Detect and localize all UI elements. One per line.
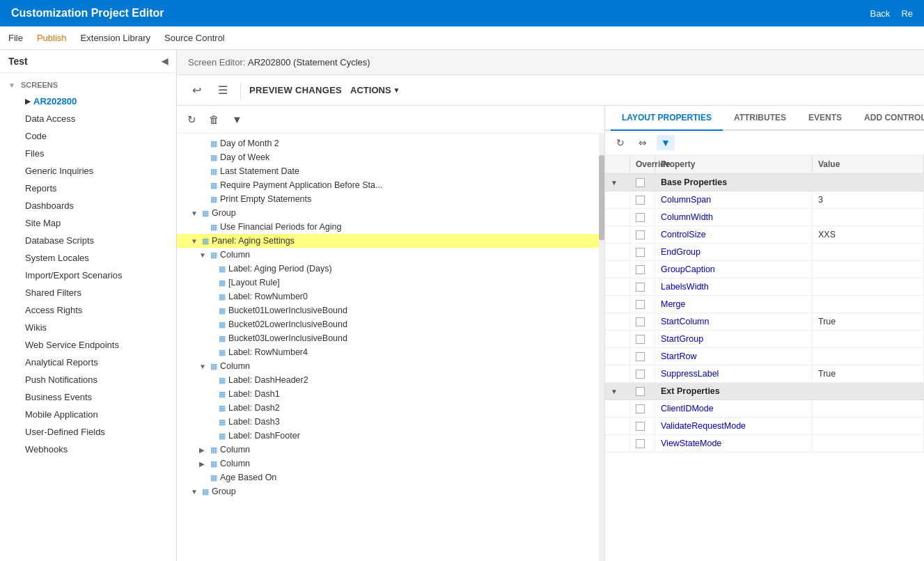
save-button[interactable]: ☰ [214, 81, 232, 100]
tree-node-bucket01[interactable]: ▦ Bucket01LowerInclusiveBound [177, 303, 604, 317]
tree-node-column-4[interactable]: ▶ ▦ Column [177, 457, 604, 471]
tree-node-day-of-week[interactable]: ▦ Day of Week [177, 150, 604, 164]
undo-button[interactable]: ↩ [188, 81, 205, 100]
tree-node-panel-aging-settings[interactable]: ▼ ▦ Panel: Aging Settings [177, 234, 604, 248]
tree-node-layout-rule[interactable]: ▦ [Layout Rule] [177, 276, 604, 290]
tree-refresh-button[interactable]: ↻ [184, 111, 200, 128]
tree-toolbar: ↻ 🗑 ▼ [177, 106, 604, 134]
sidebar-item-code[interactable]: Code [0, 127, 176, 145]
tree-node-bucket03[interactable]: ▦ Bucket03LowerInclusiveBound [177, 331, 604, 345]
sidebar-item-analytical-reports[interactable]: Analytical Reports [0, 354, 176, 371]
tree-node-column-3[interactable]: ▶ ▦ Column [177, 443, 604, 457]
tab-events[interactable]: EVENTS [797, 106, 853, 131]
sidebar-item-reports[interactable]: Reports [0, 180, 176, 197]
screen-editor-header: Screen Editor: AR202800 (Statement Cycle… [177, 50, 924, 75]
prop-row-suppresslabel: SuppressLabel True [605, 365, 924, 383]
main-layout: Test ◀ ▼ SCREENS ▶ AR202800 Data Access … [0, 50, 924, 561]
tree-node-label-dash3[interactable]: ▦ Label: Dash3 [177, 415, 604, 429]
tree-node-label-dash1[interactable]: ▦ Label: Dash1 [177, 387, 604, 401]
prop-row-startgroup: StartGroup [605, 331, 924, 348]
sidebar-item-webhooks[interactable]: Webhooks [0, 441, 176, 458]
tree-node-label-rownumber0[interactable]: ▦ Label: RowNumber0 [177, 290, 604, 303]
props-filter-button[interactable]: ▼ [657, 135, 675, 150]
sidebar-item-database-scripts[interactable]: Database Scripts [0, 232, 176, 249]
prop-row-viewstatemode: ViewStateMode [605, 435, 924, 452]
tree-node-print-empty[interactable]: ▦ Print Empty Statements [177, 192, 604, 206]
props-tabs: LAYOUT PROPERTIES ATTRIBUTES EVENTS ADD … [605, 106, 924, 131]
content-area: Screen Editor: AR202800 (Statement Cycle… [177, 50, 924, 561]
prop-row-columnwidth: ColumnWidth [605, 209, 924, 226]
props-panel: LAYOUT PROPERTIES ATTRIBUTES EVENTS ADD … [605, 106, 924, 561]
tree-node-bucket02[interactable]: ▦ Bucket02LowerInclusiveBound [177, 317, 604, 331]
tree-node-label-aging-period[interactable]: ▦ Label: Aging Period (Days) [177, 262, 604, 276]
sidebar-screens-section: ▼ SCREENS ▶ AR202800 Data Access Code Fi… [0, 73, 176, 462]
sidebar-item-user-defined-fields[interactable]: User-Defined Fields [0, 423, 176, 441]
tree-node-group-2[interactable]: ▼ ▦ Group [177, 484, 604, 498]
section-override-checkbox[interactable] [630, 174, 655, 191]
props-table: Override Property Value ▼ Base Propertie… [605, 155, 924, 561]
sidebar-item-site-map[interactable]: Site Map [0, 214, 176, 232]
tree-scrollbar[interactable] [599, 134, 604, 561]
tab-attributes[interactable]: ATTRIBUTES [723, 106, 797, 131]
sidebar-item-ar202800[interactable]: ▶ AR202800 [0, 93, 176, 110]
prop-row-labelswidth: LabelsWidth [605, 278, 924, 296]
tree-node-group-1[interactable]: ▼ ▦ Group [177, 206, 604, 220]
col-header-override: Override [630, 155, 655, 173]
sidebar-item-shared-filters[interactable]: Shared Filters [0, 284, 176, 301]
sidebar-item-push-notifications[interactable]: Push Notifications [0, 371, 176, 388]
top-header-links: Back Re [870, 8, 913, 19]
sidebar-collapse-icon[interactable]: ◀ [162, 56, 168, 66]
sidebar-item-files[interactable]: Files [0, 145, 176, 162]
preview-changes-button[interactable]: PREVIEW CHANGES [249, 85, 342, 95]
tree-node-age-based-on[interactable]: ▦ Age Based On [177, 471, 604, 484]
menu-bar: File Publish Extension Library Source Co… [0, 26, 924, 50]
col-header-property: Property [655, 155, 813, 173]
sidebar-item-mobile-application[interactable]: Mobile Application [0, 406, 176, 423]
sidebar-item-data-access[interactable]: Data Access [0, 110, 176, 127]
ext-section-toggle[interactable]: ▼ [605, 383, 630, 400]
ext-section-override-checkbox[interactable] [630, 383, 655, 400]
section-toggle[interactable]: ▼ [605, 174, 630, 191]
tree-node-column-1[interactable]: ▼ ▦ Column [177, 248, 604, 262]
tree-node-label-dashheader2[interactable]: ▦ Label: DashHeader2 [177, 373, 604, 387]
tab-layout-properties[interactable]: LAYOUT PROPERTIES [611, 106, 723, 131]
prop-row-columnspan: ColumnSpan 3 [605, 191, 924, 209]
app-title: Customization Project Editor [11, 7, 164, 19]
props-columns-button[interactable]: ⇔ [634, 135, 651, 150]
actions-button[interactable]: ACTIONS ▼ [350, 85, 400, 95]
sidebar-item-generic-inquiries[interactable]: Generic Inquiries [0, 162, 176, 180]
tree-node-label-dash2[interactable]: ▦ Label: Dash2 [177, 401, 604, 415]
sidebar-item-web-service-endpoints[interactable]: Web Service Endpoints [0, 336, 176, 354]
menu-extension-library[interactable]: Extension Library [81, 33, 150, 43]
tree-node-column-2[interactable]: ▼ ▦ Column [177, 359, 604, 373]
sidebar-item-business-events[interactable]: Business Events [0, 388, 176, 406]
sidebar-item-dashboards[interactable]: Dashboards [0, 197, 176, 214]
tree-delete-button[interactable]: 🗑 [205, 111, 223, 127]
col-header-toggle [605, 155, 630, 173]
menu-publish[interactable]: Publish [37, 33, 67, 43]
tree-node-label-dashfooter[interactable]: ▦ Label: DashFooter [177, 429, 604, 443]
sidebar-item-access-rights[interactable]: Access Rights [0, 301, 176, 319]
tree-node-use-financial[interactable]: ▦ Use Financial Periods for Aging [177, 220, 604, 234]
col-header-value: Value [813, 155, 924, 173]
section-base-properties: ▼ Base Properties [605, 174, 924, 191]
tree-content: ▦ Day of Month 2 ▦ Day of Week ▦ Last St… [177, 134, 604, 561]
tree-node-day-of-month[interactable]: ▦ Day of Month 2 [177, 136, 604, 150]
menu-file[interactable]: File [8, 33, 23, 43]
tab-add-controls[interactable]: ADD CONTROLS [853, 106, 924, 131]
props-refresh-button[interactable]: ↻ [612, 135, 629, 150]
back-link[interactable]: Back [870, 8, 890, 19]
tree-dropdown-button[interactable]: ▼ [228, 111, 246, 127]
sidebar: Test ◀ ▼ SCREENS ▶ AR202800 Data Access … [0, 50, 177, 561]
menu-source-control[interactable]: Source Control [164, 33, 225, 43]
tree-node-last-statement-date[interactable]: ▦ Last Statement Date [177, 164, 604, 178]
tree-node-require-payment[interactable]: ▦ Require Payment Application Before Sta… [177, 178, 604, 192]
sidebar-item-wikis[interactable]: Wikis [0, 319, 176, 336]
re-link[interactable]: Re [901, 8, 913, 19]
sidebar-item-system-locales[interactable]: System Locales [0, 249, 176, 267]
section-ext-properties: ▼ Ext Properties [605, 383, 924, 400]
prop-row-startcolumn: StartColumn True [605, 313, 924, 331]
sidebar-item-import-export[interactable]: Import/Export Scenarios [0, 267, 176, 284]
ext-section-label: Ext Properties [655, 383, 924, 400]
tree-node-label-rownumber4[interactable]: ▦ Label: RowNumber4 [177, 345, 604, 359]
